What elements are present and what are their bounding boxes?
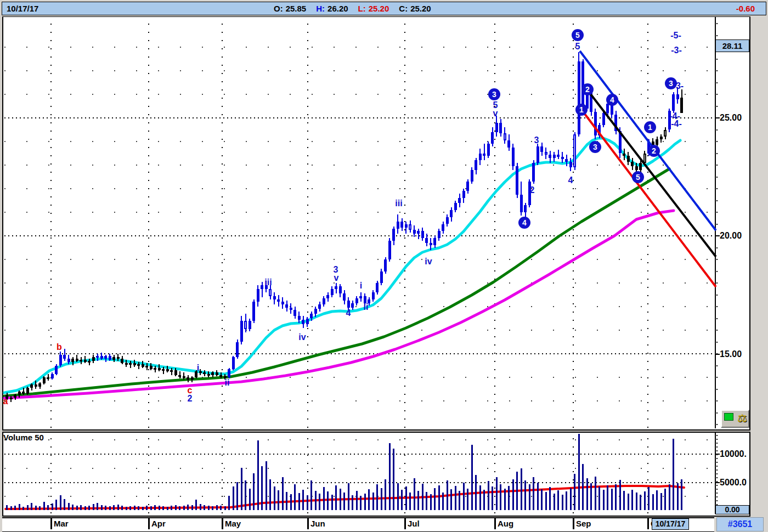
month-label: May [225,519,241,528]
wave-label-circled: 3 [589,141,601,153]
wave-label: 2 [188,394,193,404]
volume-axis-tick [716,469,718,471]
price-axis-tick-major [715,117,720,118]
wave-label: iii [395,199,402,208]
chart-window: 10/17/17 O:25.85H:26.20L:25.20C:25.20 -0… [0,0,768,532]
price-axis-tick [716,282,718,284]
price-axis-tick [716,412,718,414]
month-label: Sep [576,519,591,528]
wave-label: a [3,397,8,406]
wave-label: 3 [534,135,539,145]
price-axis-tick-major [715,354,720,355]
price-axis-tick [716,424,718,425]
price-axis-tick [716,35,718,36]
wave-label: 3- [676,81,684,91]
wave-label: ii [225,378,230,388]
wave-label: -3- [671,46,682,55]
volume-axis-tick [716,473,718,474]
wave-label: v [334,273,339,283]
volume-axis-tick-major [715,454,720,455]
price-axis-tick [716,153,718,154]
volume-axis-tick [716,450,718,451]
price-axis-tick [716,70,718,71]
volume-axis-tick [716,500,718,501]
month-label: Mar [54,519,69,528]
price-axis-label: 20.00 [720,231,742,241]
wave-label-circled: 2 [581,83,594,95]
month-tick [494,518,496,529]
volume-axis-tick [716,493,718,494]
price-axis-tick [716,342,718,343]
price-axis-tick [716,188,718,189]
time-axis-bar: MarAprMayJunJulAugSepO [2,517,714,532]
volume-axis-tick [716,439,718,440]
wave-label-circled: 5 [572,29,584,41]
price-axis-tick [716,247,718,248]
wave-label-circled: 3 [488,88,500,100]
wave-labels-layer: abc2iiiiiiiv3v4iiiiiiiv5v3245-5--3-3--4-… [0,0,768,532]
month-tick [222,518,223,529]
volume-axis-tick [716,462,718,463]
month-tick [404,518,406,529]
wave-label: -4- [671,119,682,129]
price-axis-tick [716,259,718,260]
price-axis-tick [716,94,718,95]
volume-axis-tick [716,477,718,478]
wave-label: b [57,342,62,352]
price-axis-tick [716,377,718,378]
price-axis-tick [716,224,718,225]
wave-label: 5 [575,42,580,52]
price-axis-tick [716,365,718,366]
last-date-box: 10/17/17 [652,518,689,530]
volume-axis-tick [716,489,718,490]
price-axis-tick [716,129,718,131]
month-tick [573,518,574,529]
wave-label-circled: 1 [644,121,656,133]
price-axis-tick [716,141,718,142]
volume-indicator-label: Volume 50 [3,433,44,442]
wave-label: iii [264,278,272,287]
month-tick [50,518,52,529]
price-axis-tick [716,400,718,401]
wave-label: -5- [670,31,681,41]
price-axis-tick [716,318,718,319]
price-axis-tick [716,200,718,201]
price-axis-tick [716,59,718,60]
price-axis-tick [716,165,718,166]
volume-axis-tick [716,485,718,486]
month-tick [148,518,150,529]
chart-id-badge: #3651 [716,517,764,531]
volume-axis-tick [716,496,718,497]
scales-icon: ⚖ [737,411,747,425]
wave-label-circled: 2 [648,145,660,157]
wave-label-circled: 4 [518,217,530,229]
volume-axis-tick-major [715,482,720,483]
wave-label: 4 [346,308,351,318]
green-square-icon [724,413,733,421]
price-axis-tick [716,82,718,83]
projected-price-box: 28.11 [715,39,749,52]
wave-label: iv [425,257,432,267]
price-axis-label: 15.00 [720,349,742,359]
price-axis-tick-major [715,235,720,236]
volume-zero-box: 0.00 [715,505,749,514]
wave-label-circled: 5 [632,171,644,183]
month-label: Aug [498,519,513,528]
scales-icon-button[interactable]: ⚖ [721,410,749,428]
month-label: Jul [408,519,420,528]
wave-label-circled: 4 [606,94,618,106]
price-axis-tick [716,106,718,107]
wave-label-circled: 1 [575,104,588,116]
price-axis-tick [716,295,718,296]
wave-label: 4 [568,176,573,185]
price-axis-tick [716,212,718,213]
price-axis-tick [716,177,718,178]
volume-axis-tick [716,466,718,467]
volume-axis-tick [716,458,718,459]
wave-label: i [360,281,362,291]
volume-axis-tick [716,446,718,448]
wave-label: i [197,363,199,373]
price-axis-tick [716,389,718,390]
price-axis-tick [716,330,718,331]
price-axis-tick [716,306,718,307]
